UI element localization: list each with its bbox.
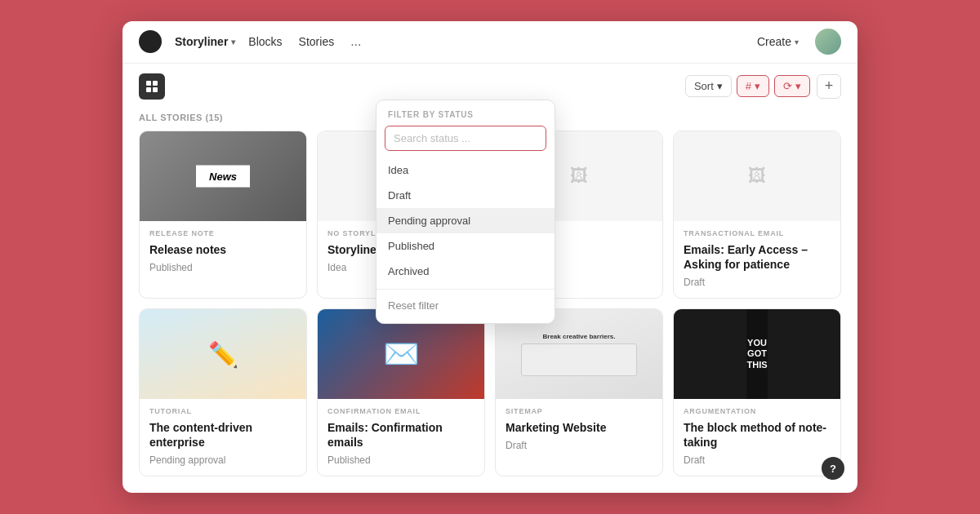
status-option-published[interactable]: Published [376,233,555,259]
card-title: Marketing Website [506,420,653,435]
status-filter-button[interactable]: ⟳ ▾ [774,75,810,97]
hash-label: # [746,80,751,92]
card-release-note[interactable]: RELEASE NOTE Release notes Published [139,131,307,299]
add-button[interactable]: + [817,74,841,99]
grid-icon [146,81,158,92]
grid-view-button[interactable] [139,73,165,100]
card-title: Release notes [149,242,296,257]
app-window: Storyliner ▾ Blocks Stories ... Create ▾ [122,21,858,494]
dropdown-search-container [385,126,546,151]
filter-icon: ⟳ [783,80,792,92]
brand-chevron-icon: ▾ [231,38,235,47]
status-option-pending[interactable]: Pending approval [376,208,555,233]
brand-name: Storyliner [175,35,228,48]
status-search-input[interactable] [385,126,546,151]
user-avatar[interactable] [815,29,841,55]
filter-chevron-icon: ▾ [795,80,801,92]
card-body: TRANSACTIONAL EMAIL Emails: Early Access… [674,221,840,298]
card-status: Draft [684,277,831,288]
card-confirmation[interactable]: ✉️ CONFIRMATION EMAIL Emails: Confirmati… [317,308,485,476]
placeholder-image-icon: 🖼 [570,166,588,187]
card-category: TRANSACTIONAL EMAIL [684,229,831,237]
card-image-typewriter [140,131,306,221]
sitemap-preview [521,343,638,376]
card-body: ARGUMENTATION The block method of note-t… [674,399,840,476]
card-title: Emails: Confirmation emails [327,420,474,450]
card-argumentation[interactable]: YOUGOTTHIS ARGUMENTATION The block metho… [673,308,841,476]
card-transactional[interactable]: 🖼 TRANSACTIONAL EMAIL Emails: Early Acce… [673,131,841,299]
hash-chevron-icon: ▾ [755,80,760,92]
help-icon: ? [830,463,836,475]
app-logo [139,30,162,53]
you-got-this-text: YOUGOTTHIS [746,338,767,370]
card-status: Draft [506,440,653,451]
header-nav: Blocks Stories ... [248,34,361,49]
status-filter-dropdown: FILTER BY STATUS Idea Draft Pending appr… [376,100,555,324]
card-body: TUTORIAL The content-driven enterprise P… [140,399,306,476]
nav-more-icon[interactable]: ... [350,34,361,49]
header-right: Create ▾ [749,29,841,55]
sort-chevron-icon: ▾ [717,80,723,92]
card-title: The block method of note-taking [684,420,831,450]
card-category: RELEASE NOTE [149,229,296,237]
toolbar: Sort ▾ # ▾ ⟳ ▾ + FILTER BY STATUS Idea D… [122,64,858,109]
card-category: ARGUMENTATION [684,407,831,415]
add-icon: + [825,78,834,95]
hash-filter-button[interactable]: # ▾ [737,75,769,97]
card-image-argumentation: YOUGOTTHIS [674,309,840,399]
dropdown-divider [376,289,555,290]
reset-filter-button[interactable]: Reset filter [376,295,555,317]
create-button[interactable]: Create ▾ [749,30,807,53]
card-title: Emails: Early Access – Asking for patien… [684,242,831,272]
status-option-archived[interactable]: Archived [376,259,555,284]
tutorial-image-decor: ✏️ [140,309,306,399]
card-status: Pending approval [149,454,296,466]
card-title: The content-driven enterprise [149,420,296,450]
status-option-draft[interactable]: Draft [376,183,555,208]
card-body: CONFIRMATION EMAIL Emails: Confirmation … [318,399,484,476]
card-tutorial[interactable]: ✏️ TUTORIAL The content-driven enterpris… [139,308,307,476]
card-status: Published [149,262,296,273]
card-sitemap[interactable]: Break creative barriers. SITEMAP Marketi… [495,308,663,476]
card-body: SITEMAP Marketing Website Draft [496,399,662,461]
mail-icon: ✉️ [383,337,420,371]
dropdown-section-label: FILTER BY STATUS [376,110,555,126]
sort-button[interactable]: Sort ▾ [685,75,732,97]
card-image-tutorial: ✏️ [140,309,306,399]
sort-label: Sort [694,80,714,92]
nav-stories[interactable]: Stories [299,35,335,48]
card-category: TUTORIAL [149,407,296,415]
card-status: Draft [684,454,831,466]
placeholder-image-icon: 🖼 [748,166,766,187]
card-category: SITEMAP [506,407,653,415]
brand-menu[interactable]: Storyliner ▾ [175,35,235,48]
nav-blocks[interactable]: Blocks [248,35,282,48]
create-label: Create [757,35,791,48]
sitemap-headline: Break creative barriers. [543,333,616,340]
create-chevron-icon: ▾ [795,38,799,47]
card-image-placeholder: 🖼 [674,131,840,221]
status-option-idea[interactable]: Idea [376,157,555,183]
filter-group: Sort ▾ # ▾ ⟳ ▾ [685,75,810,97]
card-status: Published [327,454,474,466]
card-category: CONFIRMATION EMAIL [327,407,474,415]
card-body: RELEASE NOTE Release notes Published [140,221,306,283]
header: Storyliner ▾ Blocks Stories ... Create ▾ [122,21,858,64]
